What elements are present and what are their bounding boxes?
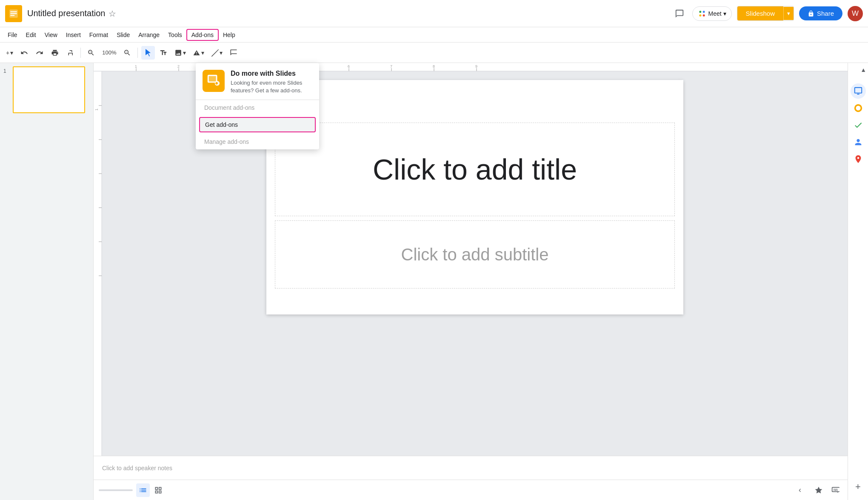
star-icon[interactable]: ☆	[108, 9, 116, 19]
slide-thumbnail-1[interactable]	[13, 66, 85, 113]
add-icon: +	[6, 49, 9, 56]
bottom-bar: ‹	[94, 480, 848, 500]
meet-button[interactable]: Meet ▾	[692, 6, 731, 21]
toolbar: +▾ 100% ▾ ▾ ▾	[0, 43, 868, 63]
menu-edit[interactable]: Edit	[22, 30, 40, 40]
select-tool-button[interactable]	[141, 46, 155, 60]
undo-button[interactable]	[17, 46, 31, 60]
share-label: Share	[817, 10, 834, 17]
manage-addons-item[interactable]: Manage add-ons	[196, 134, 319, 149]
share-button[interactable]: Share	[799, 6, 842, 20]
app-logo	[5, 5, 22, 22]
collapse-sidebar-button[interactable]: ▲	[860, 66, 866, 73]
svg-point-5	[703, 11, 705, 13]
doc-title[interactable]: Untitled presentation	[27, 9, 105, 18]
meet-dropdown-icon: ▾	[723, 10, 726, 17]
meet-label: Meet	[708, 10, 721, 17]
textbox-button[interactable]	[157, 46, 170, 60]
svg-text:2: 2	[177, 64, 180, 69]
svg-point-4	[700, 11, 702, 13]
addons-dropdown-header: Do more with Slides Looking for even mor…	[196, 63, 319, 100]
themes-sidebar-icon[interactable]	[851, 100, 866, 116]
menu-file[interactable]: File	[3, 30, 22, 40]
svg-rect-35	[854, 88, 862, 93]
slides-sidebar-icon[interactable]	[851, 83, 866, 99]
expand-panel-button[interactable]: ‹	[793, 483, 807, 497]
zoom-level[interactable]: 100%	[100, 46, 119, 60]
zoom-control	[99, 489, 133, 491]
svg-point-7	[703, 14, 705, 16]
insert-comment-button[interactable]	[227, 46, 240, 60]
list-view-button[interactable]	[136, 483, 150, 497]
redo-button[interactable]	[33, 46, 46, 60]
contacts-sidebar-icon[interactable]	[851, 134, 866, 150]
svg-rect-36	[857, 94, 859, 94]
svg-text:8: 8	[433, 64, 435, 69]
title-placeholder[interactable]: Click to add title	[275, 123, 675, 216]
view-modes	[136, 483, 165, 497]
slide-number-1: 1	[3, 68, 10, 74]
addons-description: Looking for even more Slides features? G…	[231, 79, 312, 94]
svg-text:6: 6	[348, 64, 350, 69]
title-bar: Untitled presentation ☆ Meet ▾ Slideshow…	[0, 0, 868, 27]
menu-view[interactable]: View	[40, 30, 62, 40]
add-sidebar-plugin-button[interactable]: +	[855, 482, 861, 491]
slideshow-button-wrap: Slideshow ▾	[737, 6, 794, 21]
zoom-out-button[interactable]	[84, 46, 98, 60]
grid-view-button[interactable]	[151, 483, 165, 497]
comments-button[interactable]	[672, 6, 687, 21]
svg-text:1: 1	[94, 109, 99, 111]
addons-icon	[203, 70, 225, 92]
addons-dropdown: Do more with Slides Looking for even mor…	[196, 63, 319, 149]
toolbar-divider-1	[80, 48, 81, 58]
user-avatar[interactable]: W	[848, 6, 863, 21]
notes-bar[interactable]: Click to add speaker notes	[94, 456, 848, 480]
slides-panel: 1	[0, 63, 94, 500]
addons-title: Do more with Slides	[231, 70, 312, 77]
addons-header-text: Do more with Slides Looking for even mor…	[231, 70, 312, 94]
menu-bar: File Edit View Insert Format Slide Arran…	[0, 27, 868, 43]
svg-text:7: 7	[390, 64, 392, 69]
svg-text:9: 9	[475, 64, 477, 69]
paint-format-button[interactable]	[63, 46, 77, 60]
menu-insert[interactable]: Insert	[62, 30, 85, 40]
title-placeholder-text: Click to add title	[373, 153, 577, 186]
svg-point-6	[700, 14, 702, 16]
keyboard-shortcuts-button[interactable]	[829, 483, 842, 497]
main-layout: 1 1 2 3 4 5	[0, 63, 868, 500]
menu-slide[interactable]: Slide	[112, 30, 134, 40]
zoom-in-button[interactable]	[120, 46, 134, 60]
subtitle-placeholder[interactable]: Click to add subtitle	[275, 220, 675, 289]
menu-addons[interactable]: Add-ons	[186, 29, 219, 41]
get-addons-item[interactable]: Get add-ons	[199, 117, 316, 132]
zoom-slider[interactable]	[99, 489, 133, 491]
insert-shape-button[interactable]: ▾	[190, 46, 207, 60]
maps-sidebar-icon[interactable]	[851, 151, 866, 167]
title-bar-right: Meet ▾ Slideshow ▾ Share W	[672, 6, 863, 21]
insert-line-button[interactable]: ▾	[208, 46, 225, 60]
notes-placeholder-text: Click to add speaker notes	[102, 465, 172, 471]
svg-rect-3	[10, 15, 14, 16]
svg-rect-39	[208, 75, 217, 82]
right-sidebar: ▲ +	[848, 63, 868, 500]
add-slide-button[interactable]: +▾	[3, 46, 16, 60]
slideshow-button[interactable]: Slideshow	[737, 6, 783, 20]
print-button[interactable]	[48, 46, 62, 60]
toolbar-divider-2	[137, 48, 138, 58]
menu-arrange[interactable]: Arrange	[134, 30, 164, 40]
menu-help[interactable]: Help	[219, 30, 240, 40]
slideshow-dropdown-button[interactable]: ▾	[783, 7, 794, 20]
ruler-vertical: 1	[94, 71, 102, 456]
menu-tools[interactable]: Tools	[164, 30, 186, 40]
svg-point-38	[856, 106, 860, 111]
slide-canvas[interactable]: Click to add title Click to add subtitle	[266, 80, 683, 314]
tasks-sidebar-icon[interactable]	[851, 117, 866, 133]
insert-image-button[interactable]: ▾	[172, 46, 188, 60]
magic-layout-button[interactable]	[812, 483, 825, 497]
menu-format[interactable]: Format	[85, 30, 112, 40]
svg-rect-2	[10, 13, 17, 14]
document-addons-item: Document add-ons	[196, 100, 319, 115]
doc-title-area: Untitled presentation ☆	[27, 9, 116, 19]
svg-text:1: 1	[135, 64, 137, 69]
subtitle-placeholder-text: Click to add subtitle	[401, 245, 549, 264]
